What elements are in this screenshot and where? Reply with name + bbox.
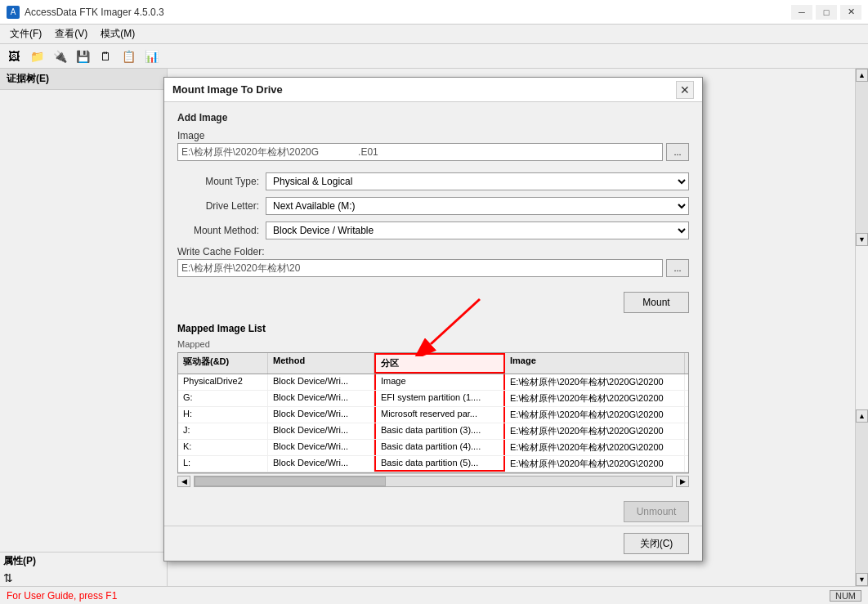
td-method: Block Device/Wri... [268, 374, 374, 390]
th-image: Image [505, 353, 685, 374]
dialog-close-x-button[interactable]: ✕ [676, 81, 694, 99]
image-browse-button[interactable]: ... [666, 143, 689, 161]
app-icon: A [7, 6, 20, 19]
hscroll-track[interactable] [194, 476, 673, 487]
toolbar-btn-3[interactable]: 🔌 [49, 47, 70, 66]
menu-view[interactable]: 查看(V) [48, 25, 94, 43]
scroll-left-btn[interactable]: ◀ [177, 476, 190, 487]
dialog-body: Add Image Image ... Mount Type: Physi [164, 102, 702, 323]
drive-letter-label: Drive Letter: [177, 200, 259, 212]
drive-letter-select[interactable]: Next Available (M:) M: N: [266, 197, 689, 215]
td-partition: Basic data partition (5)... [374, 456, 505, 472]
app-title-left: A AccessData FTK Imager 4.5.0.3 [7, 6, 164, 19]
add-image-label: Add Image [177, 112, 689, 123]
toolbar-btn-4[interactable]: 💾 [72, 47, 93, 66]
td-image: E:\检材原件\2020年检材\2020G\20200 [505, 407, 685, 423]
td-image: E:\检材原件\2020年检材\2020G\20200 [505, 456, 685, 472]
write-cache-input[interactable] [177, 259, 663, 277]
td-image: E:\检材原件\2020年检材\2020G\20200 [505, 374, 685, 390]
td-method: Block Device/Wri... [268, 391, 374, 406]
mount-button[interactable]: Mount [624, 292, 689, 313]
write-cache-browse-button[interactable]: ... [666, 259, 689, 277]
mapped-label: Mapped [177, 339, 689, 349]
dialog-overlay: Mount Image To Drive ✕ Add Image Image .… [0, 69, 868, 586]
td-method: Block Device/Wri... [268, 407, 374, 423]
dialog-titlebar: Mount Image To Drive ✕ [164, 78, 702, 102]
write-cache-label: Write Cache Folder: [177, 246, 689, 257]
td-drive: K: [178, 440, 268, 455]
table-row[interactable]: J: Block Device/Wri... Basic data partit… [178, 423, 688, 440]
td-partition: Basic data partition (3).... [374, 423, 505, 439]
td-drive: G: [178, 391, 268, 406]
td-partition: Image [374, 374, 505, 390]
menu-mode[interactable]: 模式(M) [94, 25, 141, 43]
mount-btn-row: Mount [177, 292, 689, 313]
mapped-table: 驱动器(&D) Method 分区 Image PhysicalDrive2 [177, 352, 689, 473]
window-controls: ─ □ ✕ [791, 5, 861, 20]
table-row[interactable]: L: Block Device/Wri... Basic data partit… [178, 456, 688, 472]
menu-file[interactable]: 文件(F) [3, 25, 48, 43]
image-input[interactable] [177, 143, 663, 161]
th-drive: 驱动器(&D) [178, 353, 268, 374]
maximize-button[interactable]: □ [816, 5, 837, 20]
td-partition: EFI system partition (1.... [374, 391, 505, 406]
td-partition: Microsoft reserved par... [374, 407, 505, 423]
statusbar: For User Guide, press F1 NUM [0, 586, 868, 604]
table-header: 驱动器(&D) Method 分区 Image [178, 353, 688, 374]
statusbar-right: NUM [830, 590, 861, 602]
table-row[interactable]: PhysicalDrive2 Block Device/Wri... Image… [178, 374, 688, 391]
mount-method-row: Mount Method: Block Device / Writable Bl… [177, 221, 689, 239]
toolbar-btn-7[interactable]: 📊 [141, 47, 162, 66]
td-drive: PhysicalDrive2 [178, 374, 268, 390]
td-partition: Basic data partition (4).... [374, 440, 505, 455]
main-content: 证据树(E) 属性(P) ⇅ ▲ ▼ ▲ ▼ [0, 69, 868, 586]
unmount-btn-row: Unmount [164, 498, 702, 526]
table-wrapper: 驱动器(&D) Method 分区 Image PhysicalDrive2 [177, 352, 689, 488]
image-row: ... [177, 143, 689, 161]
td-image: E:\检材原件\2020年检材\2020G\20200 [505, 391, 685, 406]
mount-type-label: Mount Type: [177, 176, 259, 187]
table-row[interactable]: G: Block Device/Wri... EFI system partit… [178, 391, 688, 407]
table-row[interactable]: H: Block Device/Wri... Microsoft reserve… [178, 407, 688, 423]
mount-type-row: Mount Type: Physical & Logical Physical … [177, 172, 689, 190]
td-method: Block Device/Wri... [268, 440, 374, 455]
app-close-button[interactable]: ✕ [840, 5, 861, 20]
drive-letter-row: Drive Letter: Next Available (M:) M: N: [177, 197, 689, 215]
th-method: Method [268, 353, 374, 374]
td-image: E:\检材原件\2020年检材\2020G\20200 [505, 423, 685, 439]
mapped-image-list-title: Mapped Image List [177, 323, 689, 334]
toolbar: 🖼 📁 🔌 💾 🗒 📋 📊 [0, 44, 868, 69]
dialog-title: Mount Image To Drive [172, 83, 283, 96]
minimize-button[interactable]: ─ [791, 5, 812, 20]
mount-dialog: Mount Image To Drive ✕ Add Image Image .… [163, 77, 703, 561]
menubar: 文件(F) 查看(V) 模式(M) [0, 25, 868, 44]
image-label: Image [177, 130, 689, 141]
scroll-right-btn[interactable]: ▶ [676, 476, 689, 487]
toolbar-btn-6[interactable]: 📋 [118, 47, 139, 66]
app-titlebar: A AccessData FTK Imager 4.5.0.3 ─ □ ✕ [0, 0, 868, 25]
mount-type-select[interactable]: Physical & Logical Physical Only Logical… [266, 172, 689, 190]
th-partition: 分区 [374, 353, 505, 374]
write-cache-row: ... [177, 259, 689, 277]
mount-method-label: Mount Method: [177, 225, 259, 236]
td-method: Block Device/Wri... [268, 456, 374, 472]
close-dialog-button[interactable]: 关闭(C) [624, 533, 689, 554]
write-cache-form-group: Write Cache Folder: ... [177, 246, 689, 282]
toolbar-btn-5[interactable]: 🗒 [95, 47, 116, 66]
td-image: E:\检材原件\2020年检材\2020G\20200 [505, 440, 685, 455]
toolbar-btn-2[interactable]: 📁 [26, 47, 47, 66]
mount-method-select[interactable]: Block Device / Writable Block Device / R… [266, 221, 689, 239]
horizontal-scrollbar: ◀ ▶ [177, 473, 689, 488]
toolbar-btn-1[interactable]: 🖼 [3, 47, 25, 66]
unmount-button[interactable]: Unmount [624, 501, 689, 522]
app-window: A AccessData FTK Imager 4.5.0.3 ─ □ ✕ 文件… [0, 0, 868, 604]
mapped-section: Mapped Image List Mapped [164, 323, 702, 498]
table-body: PhysicalDrive2 Block Device/Wri... Image… [178, 374, 688, 472]
table-row[interactable]: K: Block Device/Wri... Basic data partit… [178, 440, 688, 456]
td-drive: J: [178, 423, 268, 439]
td-drive: H: [178, 407, 268, 423]
num-indicator: NUM [830, 590, 861, 602]
td-method: Block Device/Wri... [268, 423, 374, 439]
hscroll-thumb [195, 476, 386, 486]
dialog-footer: 关闭(C) [164, 526, 702, 561]
